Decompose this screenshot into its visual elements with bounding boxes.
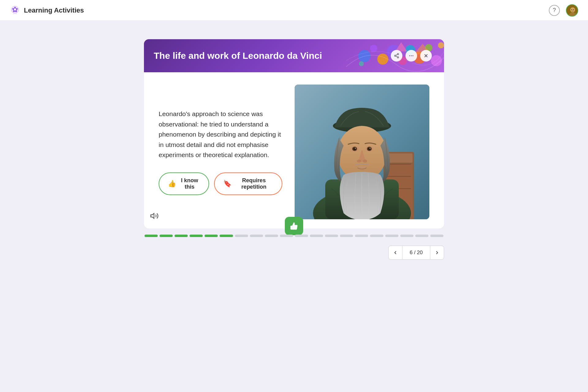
- header-left: Learning Activities: [10, 5, 84, 16]
- progress-segment: [190, 235, 203, 237]
- progress-segment: [205, 235, 218, 237]
- app-logo-icon: [10, 5, 20, 16]
- floating-thumbs-up-button[interactable]: [285, 217, 303, 235]
- progress-segment: [235, 235, 248, 237]
- card-image: [295, 85, 429, 219]
- content-card: Leonardo's approach to science was obser…: [144, 72, 444, 228]
- share-button[interactable]: [391, 50, 402, 62]
- more-options-button[interactable]: [405, 50, 417, 62]
- next-icon: [434, 250, 440, 255]
- more-icon: [409, 53, 414, 58]
- svg-point-25: [409, 55, 410, 56]
- progress-segment: [355, 235, 368, 237]
- svg-point-52: [363, 160, 367, 163]
- progress-segment: [295, 235, 308, 237]
- card-image-section: [295, 85, 429, 219]
- progress-segment: [400, 235, 413, 237]
- svg-point-49: [355, 148, 356, 149]
- portrait-svg: [295, 85, 429, 219]
- header-right: ?: [549, 4, 578, 17]
- app-title: Learning Activities: [24, 6, 84, 14]
- banner-controls: [391, 50, 432, 62]
- svg-point-5: [571, 9, 572, 10]
- svg-point-51: [357, 160, 361, 163]
- svg-point-50: [370, 148, 371, 149]
- svg-point-22: [397, 57, 399, 58]
- progress-segment: [370, 235, 383, 237]
- svg-line-24: [396, 55, 397, 55]
- svg-point-20: [397, 54, 399, 55]
- audio-icon: [150, 212, 159, 220]
- svg-point-19: [438, 42, 444, 48]
- prev-icon: [393, 250, 398, 255]
- floating-thumb-icon: [290, 222, 298, 230]
- course-title: The life and work of Leonardo da Vinci: [154, 51, 391, 61]
- share-icon: [394, 53, 399, 58]
- progress-segment: [145, 235, 158, 237]
- requires-repetition-button[interactable]: 🔖 Requires repetition: [214, 172, 282, 195]
- progress-segment: [250, 235, 263, 237]
- svg-line-23: [396, 56, 397, 57]
- card-buttons: 👍 I know this 🔖 Requires repetition: [159, 172, 282, 195]
- progress-segment: [220, 235, 233, 237]
- thumbs-up-icon: 👍: [168, 180, 176, 188]
- progress-segment: [415, 235, 428, 237]
- progress-bar: [144, 235, 444, 237]
- main-content: The life and work of Leonardo da Vinci: [0, 21, 588, 272]
- svg-point-6: [573, 9, 574, 10]
- course-banner: The life and work of Leonardo da Vinci: [144, 39, 444, 72]
- avatar-image: [567, 5, 578, 17]
- progress-segment: [385, 235, 398, 237]
- svg-point-26: [411, 55, 412, 56]
- help-button[interactable]: ?: [549, 5, 560, 16]
- progress-segment: [175, 235, 188, 237]
- svg-point-27: [413, 55, 413, 56]
- progress-section: [144, 235, 444, 237]
- pagination: 6 / 20: [144, 246, 444, 260]
- requires-repetition-label: Requires repetition: [235, 177, 273, 190]
- progress-segment: [160, 235, 173, 237]
- progress-segment: [280, 235, 293, 237]
- card-inner: Leonardo's approach to science was obser…: [159, 85, 429, 219]
- page-indicator: 6 / 20: [402, 246, 430, 260]
- card-body-text: Leonardo's approach to science was obser…: [159, 109, 282, 160]
- svg-point-0: [14, 8, 16, 11]
- know-this-button[interactable]: 👍 I know this: [159, 172, 209, 195]
- card-text-section: Leonardo's approach to science was obser…: [159, 85, 282, 219]
- progress-segment: [265, 235, 278, 237]
- progress-segment: [430, 235, 443, 237]
- avatar[interactable]: [566, 4, 578, 17]
- close-button[interactable]: [420, 50, 432, 62]
- audio-button[interactable]: [150, 212, 159, 222]
- bookmark-icon: 🔖: [223, 180, 232, 188]
- know-this-label: I know this: [179, 177, 200, 190]
- help-icon: ?: [553, 7, 556, 13]
- next-page-button[interactable]: [430, 246, 444, 260]
- prev-page-button[interactable]: [388, 246, 402, 260]
- progress-segment: [310, 235, 323, 237]
- svg-marker-53: [151, 213, 154, 218]
- progress-segment: [340, 235, 353, 237]
- svg-point-18: [359, 61, 364, 66]
- progress-segment: [325, 235, 338, 237]
- app-header: Learning Activities ?: [0, 0, 588, 21]
- svg-point-21: [394, 55, 396, 57]
- close-icon: [423, 53, 429, 58]
